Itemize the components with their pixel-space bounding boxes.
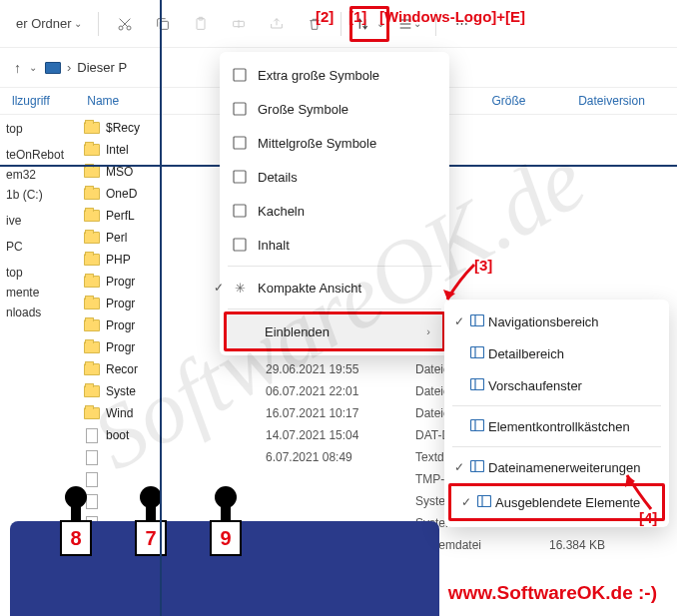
file-icon [86,428,98,443]
cell-date: 29.06.2021 19:55 [266,362,415,376]
grid-icon [232,135,248,151]
tree-item[interactable]: teOnRebot [0,145,78,165]
svg-rect-14 [471,347,484,358]
cell-date: 14.07.2021 15:04 [266,428,415,442]
folder-icon [84,232,100,244]
check-icon: ✓ [461,495,471,509]
judge-1: 8 [60,486,92,556]
menu-item[interactable]: Mittelgroße Symbole [220,126,449,160]
folder-icon [84,385,100,397]
check-icon: ✓ [454,314,464,328]
col-size[interactable]: Größe [491,94,578,108]
svg-rect-10 [234,205,246,217]
check-icon: ✓ [454,460,464,474]
folder-icon [84,188,100,200]
folder-icon [84,254,100,266]
folder-icon [84,363,100,375]
crosshair-vertical [160,0,162,616]
submenu-item[interactable]: ✓Navigationsbereich [444,306,669,337]
rect-icon [232,67,248,83]
menu-label: Extra große Symbole [258,68,379,83]
new-folder-button[interactable]: er Ordner ⌄ [8,16,90,31]
menu-item[interactable]: Extra große Symbole [220,58,449,92]
svg-rect-16 [471,379,484,390]
svg-rect-9 [234,171,246,183]
share-button[interactable] [259,6,295,42]
svg-rect-7 [234,103,246,115]
svg-rect-8 [234,137,246,149]
tiles-icon [232,203,248,219]
chevron-down-icon[interactable]: ⌄ [29,62,37,73]
rename-button[interactable] [221,6,257,42]
chevron-right-icon: › [426,325,430,337]
file-icon [86,472,98,487]
tree-item[interactable]: top [0,263,78,283]
tree-item[interactable]: top [0,119,78,139]
folder-icon [84,319,100,331]
folder-icon [84,122,100,134]
folder-icon [84,276,100,288]
pc-icon [45,62,61,74]
file-icon [86,450,98,465]
submenu-item[interactable]: Vorschaufenster [444,369,669,401]
submenu-label: Vorschaufenster [488,378,582,393]
folder-icon [84,298,100,309]
chevron-down-icon: ⌄ [74,18,82,29]
menu-compact-view[interactable]: ✓ ✳ Kompakte Ansicht [220,271,449,305]
toolbar: er Ordner ⌄ ⌄ ⌄ ⋯ [0,0,677,48]
pane-icon [470,346,484,360]
judge-2: 7 [135,486,167,556]
col-name[interactable]: Name [87,94,241,108]
submenu-label: Dateinamenerweiterungen [488,460,640,475]
tree-item[interactable]: 1b (C:) [0,185,78,205]
submenu-label: Detailbereich [488,346,564,361]
paste-button[interactable] [183,6,219,42]
tree-item[interactable]: ive [0,211,78,231]
cut-button[interactable] [107,6,143,42]
cell-date: 6.07.2021 08:49 [266,450,415,464]
submenu-item[interactable]: Detailbereich [444,337,669,369]
arrow-3 [439,260,479,309]
tree-item[interactable]: em32 [0,165,78,185]
menu-show-submenu[interactable]: Einblenden › [227,314,442,348]
content-icon [232,237,248,253]
check-icon: ✓ [214,281,224,295]
folder-icon [84,341,100,353]
tree-item[interactable]: PC [0,237,78,257]
cell-name: Recor [106,362,266,376]
view-menu: Extra große SymboleGroße SymboleMittelgr… [220,52,449,355]
annotation-1: [1] [348,8,366,25]
breadcrumb[interactable]: › Dieser P [45,60,127,75]
annotation-2: [2] [316,8,334,25]
svg-rect-22 [478,496,491,507]
menu-item[interactable]: Inhalt [220,228,449,262]
rect-icon [232,101,248,117]
menu-label: Mittelgroße Symbole [258,136,376,151]
submenu-label: Navigationsbereich [488,314,599,329]
list-icon [232,169,248,185]
tree-item[interactable]: mente [0,283,78,303]
pane-icon [477,495,491,509]
pane-icon [470,460,484,474]
copy-button[interactable] [145,6,181,42]
svg-rect-12 [471,315,484,326]
tree-item[interactable]: nloads [0,303,78,322]
nav-up-icon[interactable]: ↑ [10,56,25,80]
svg-rect-20 [471,461,484,472]
submenu-item[interactable]: Elementkontrollkästchen [444,410,669,442]
pane-icon [470,314,484,328]
menu-item[interactable]: Details [220,160,449,194]
col-version[interactable]: Dateiversion [578,94,665,108]
cell-name: Syste [106,384,266,398]
menu-label: Details [258,170,298,185]
pane-icon [470,419,484,433]
cell-size: 16.384 KB [525,538,615,552]
folder-icon [84,210,100,222]
svg-rect-6 [234,69,246,81]
menu-item[interactable]: Große Symbole [220,92,449,126]
submenu-label: Ausgeblendete Elemente [495,495,640,510]
folder-icon [84,166,100,178]
menu-label: Große Symbole [258,102,348,117]
menu-item[interactable]: Kacheln [220,194,449,228]
cell-name: boot [106,428,266,442]
